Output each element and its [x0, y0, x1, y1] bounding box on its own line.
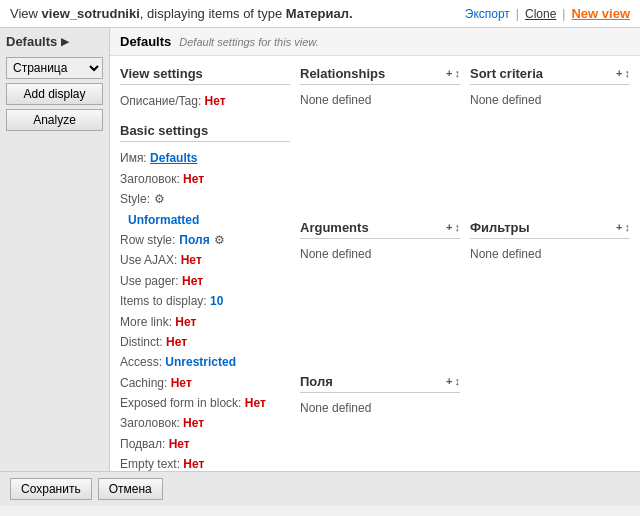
arguments-sort-icon[interactable]: ↕ [455, 222, 461, 233]
basic-settings-title: Basic settings [120, 123, 208, 138]
arguments-title: Arguments [300, 220, 369, 235]
filters-header: Фильтры + ↕ [470, 220, 630, 239]
arguments-section: Arguments + ↕ None defined [300, 220, 460, 374]
sidebar: Defaults ▶ Страница Add display Analyze [0, 28, 110, 471]
left-column: View settings Описание/Tag: Нет Basic se… [120, 66, 290, 471]
content-body: View settings Описание/Tag: Нет Basic se… [110, 56, 640, 471]
relationships-add-icon[interactable]: + [446, 68, 452, 79]
relationships-none: None defined [300, 91, 460, 109]
field-name-link[interactable]: Defaults [150, 151, 197, 165]
basic-settings-section: Basic settings Имя: Defaults Заголовок: … [120, 123, 290, 471]
view-settings-section: View settings Описание/Tag: Нет [120, 66, 290, 111]
fields-add-icon[interactable]: + [446, 376, 452, 387]
basic-settings-header: Basic settings [120, 123, 290, 142]
sort-criteria-add-icon[interactable]: + [616, 68, 622, 79]
view-settings-header: View settings [120, 66, 290, 85]
sort-criteria-title: Sort criteria [470, 66, 543, 81]
relationships-sort-icon[interactable]: ↕ [455, 68, 461, 79]
arguments-add-icon[interactable]: + [446, 222, 452, 233]
fields-header: Поля + ↕ [300, 374, 460, 393]
style-gear-icon[interactable]: ⚙ [154, 189, 165, 209]
sidebar-arrow-icon: ▶ [61, 36, 69, 47]
filters-none: None defined [470, 245, 630, 263]
sort-criteria-section: Sort criteria + ↕ None defined [470, 66, 630, 220]
add-display-button[interactable]: Add display [6, 83, 103, 105]
sort-criteria-header: Sort criteria + ↕ [470, 66, 630, 85]
fields-sort-icon[interactable]: ↕ [455, 376, 461, 387]
save-button[interactable]: Сохранить [10, 478, 92, 500]
sidebar-header: Defaults ▶ [6, 34, 103, 49]
footer: Сохранить Отмена [0, 471, 640, 506]
main-layout: Defaults ▶ Страница Add display Analyze … [0, 28, 640, 471]
relationships-header: Relationships + ↕ [300, 66, 460, 85]
content-title: Defaults [120, 34, 171, 49]
fields-section: Поля + ↕ None defined [300, 374, 460, 471]
analyze-button[interactable]: Analyze [6, 109, 103, 131]
export-button[interactable]: Экспорт [465, 7, 510, 21]
content-area: Defaults Default settings for this view.… [110, 28, 640, 471]
sort-criteria-none: None defined [470, 91, 630, 109]
new-view-button[interactable]: New view [571, 6, 630, 21]
page-title: View view_sotrudniki, displaying items o… [10, 6, 459, 21]
relationships-section: Relationships + ↕ None defined [300, 66, 460, 220]
filters-title: Фильтры [470, 220, 530, 235]
content-body-scroll: View settings Описание/Tag: Нет Basic se… [110, 56, 640, 471]
display-selector[interactable]: Страница [6, 57, 103, 79]
filters-sort-icon[interactable]: ↕ [625, 222, 631, 233]
top-bar: View view_sotrudniki, displaying items o… [0, 0, 640, 28]
filters-add-icon[interactable]: + [616, 222, 622, 233]
arguments-header: Arguments + ↕ [300, 220, 460, 239]
content-header: Defaults Default settings for this view. [110, 28, 640, 56]
fields-title: Поля [300, 374, 333, 389]
row-style-gear-icon[interactable]: ⚙ [214, 230, 225, 250]
fields-none: None defined [300, 399, 460, 417]
view-settings-field-desc: Описание/Tag: Нет [120, 91, 290, 111]
view-settings-title: View settings [120, 66, 203, 81]
content-subtitle: Default settings for this view. [179, 36, 318, 48]
sort-criteria-sort-icon[interactable]: ↕ [625, 68, 631, 79]
clone-button[interactable]: Clone [525, 7, 556, 21]
sidebar-title: Defaults [6, 34, 57, 49]
filters-section: Фильтры + ↕ None defined [470, 220, 630, 374]
arguments-none: None defined [300, 245, 460, 263]
cancel-button[interactable]: Отмена [98, 478, 163, 500]
relationships-title: Relationships [300, 66, 385, 81]
